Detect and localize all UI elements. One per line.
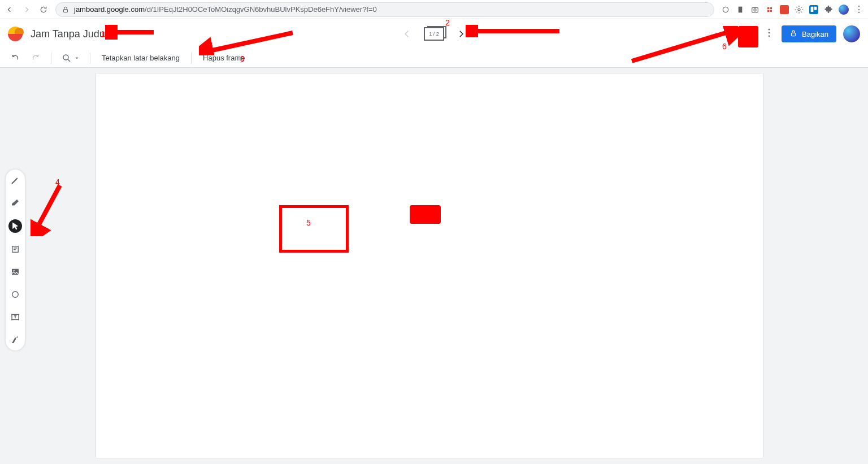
doc-title[interactable]: Jam Tanpa Judul [31,28,107,40]
ext-bookmark-icon[interactable] [736,5,745,14]
ext-trello-icon[interactable] [809,5,818,14]
laser-tool[interactable] [9,333,21,346]
svg-point-6 [798,8,800,11]
separator [90,53,90,64]
undo-button[interactable] [10,53,20,63]
separator [51,53,51,64]
annotation-number-2: 2 [445,18,450,27]
annotation-rect-5 [279,205,349,253]
ext-todoist-icon[interactable] [780,5,789,14]
svg-line-28 [632,31,734,61]
text-box-tool[interactable] [9,311,21,323]
annotation-fill-5b [410,205,441,224]
svg-point-18 [12,292,19,298]
svg-rect-15 [12,246,19,253]
work-area [0,68,868,464]
browser-back-button[interactable] [5,5,15,15]
browser-extensions: ⋮ [721,5,863,15]
ext-gear-icon[interactable] [795,5,804,14]
browser-reload-button[interactable] [38,5,49,15]
annotation-arrow-1 [105,25,156,40]
annotation-number-4: 4 [55,177,60,187]
ext-puzzle-icon[interactable] [824,5,833,14]
set-background-button[interactable]: Tetapkan latar belakang [101,54,181,62]
more-menu-button[interactable] [763,27,775,41]
svg-rect-0 [64,9,68,12]
annotation-arrow-4 [31,182,64,236]
svg-rect-3 [752,7,758,12]
annotation-arrow-3 [199,29,295,55]
browser-chrome: jamboard.google.com/d/1IPEqJt2H0OCeToMOi… [0,0,868,19]
sticky-note-tool[interactable] [9,243,21,255]
redo-button[interactable] [31,53,41,63]
annotation-number-1: 1 [101,29,105,38]
circle-tool[interactable] [9,288,21,301]
ext-icon-1[interactable] [721,5,730,14]
user-avatar[interactable] [843,25,860,42]
svg-rect-5 [780,5,789,14]
toolbox [6,170,25,350]
separator [191,53,192,64]
ext-camera-icon[interactable] [750,5,760,14]
svg-point-4 [754,8,756,11]
frame-selector[interactable]: 1 / 2 [423,26,445,42]
frame-navigator: 1 / 2 [401,26,467,42]
lock-icon [789,29,797,39]
svg-point-21 [18,314,19,315]
next-frame-button[interactable] [455,28,467,40]
browser-profile-avatar[interactable] [839,5,849,15]
annotation-number-6: 6 [722,42,727,51]
svg-line-27 [35,185,60,232]
jamboard-logo-icon[interactable] [8,27,23,41]
annotation-fill-6 [738,26,758,47]
svg-point-1 [723,7,728,12]
svg-rect-9 [814,6,817,10]
svg-rect-13 [792,33,796,36]
svg-rect-7 [809,5,818,14]
svg-point-12 [769,36,770,37]
svg-line-26 [205,33,293,52]
lock-icon [62,6,70,14]
annotation-number-5: 5 [306,218,311,227]
share-button[interactable]: Bagikan [782,25,836,42]
svg-point-10 [769,29,770,31]
svg-point-14 [63,55,68,60]
ext-icon-4[interactable] [765,5,774,14]
annotation-arrow-6 [628,26,738,66]
svg-point-20 [11,314,12,315]
svg-point-22 [11,319,12,320]
browser-menu-icon[interactable]: ⋮ [854,5,863,14]
svg-point-11 [769,32,770,34]
share-button-label: Bagikan [802,30,828,38]
svg-rect-8 [811,6,814,11]
prev-frame-button[interactable] [401,28,413,40]
annotation-arrow-2 [466,25,562,37]
svg-rect-2 [739,6,743,12]
pen-tool[interactable] [9,174,21,187]
eraser-tool[interactable] [9,197,21,209]
canvas[interactable] [96,73,763,458]
svg-point-23 [18,319,19,320]
annotation-number-3: 3 [240,54,245,63]
frame-count-label: 1 / 2 [424,27,444,41]
svg-point-17 [14,270,15,271]
image-tool[interactable] [9,266,21,278]
browser-url-bar[interactable]: jamboard.google.com/d/1IPEqJt2H0OCeToMOi… [55,2,714,17]
browser-forward-button[interactable] [21,5,32,15]
zoom-dropdown[interactable] [62,53,80,63]
browser-url-text: jamboard.google.com/d/1IPEqJt2H0OCeToMOi… [74,5,704,14]
select-tool[interactable] [8,219,22,233]
